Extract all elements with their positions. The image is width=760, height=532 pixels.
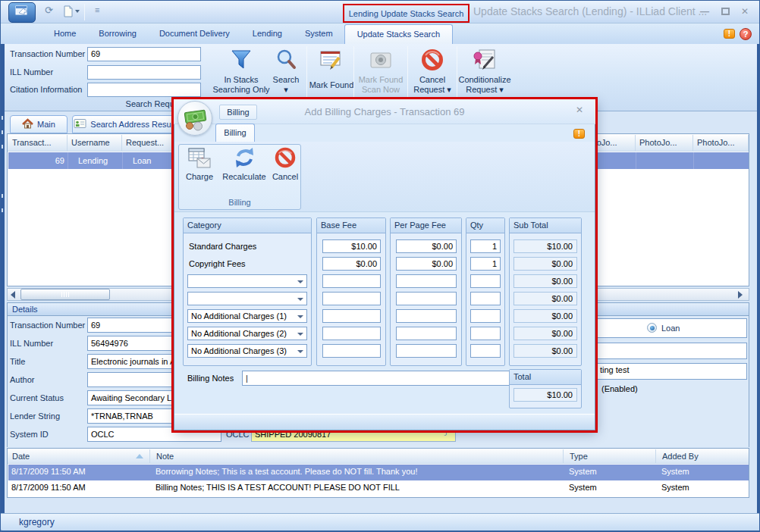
column-header-username[interactable]: Username (68, 135, 122, 151)
details-title-label: Title (10, 357, 25, 366)
app-window-arrow-icon (14, 4, 30, 21)
help-icon[interactable]: ? (740, 28, 752, 40)
ill-number-label: ILL Number (10, 67, 53, 77)
details-transaction-number-label: Transaction Number (10, 321, 85, 330)
tab-search-address-results[interactable]: Search Address Results (72, 115, 181, 133)
note-text: Billing Notes; THIS IS A TEST ACCOUNT! P… (155, 483, 561, 492)
notes-column-added-by[interactable]: Added By (658, 449, 747, 464)
funnel-icon (229, 48, 253, 75)
column-header-photojournal-2[interactable]: PhotoJo... (636, 135, 693, 151)
home-icon (22, 118, 33, 130)
note-text: Borrowing Notes; This is a test account.… (155, 467, 561, 476)
titlebar: ⟳ ≡ Lending Update Stacks Search Update … (1, 1, 760, 23)
sort-ascending-icon (136, 454, 143, 458)
tab-borrowing[interactable]: Borrowing (87, 23, 148, 44)
details-lender-string-label: Lender String (10, 412, 60, 421)
ill-number-input[interactable] (87, 65, 201, 80)
status-bar: kgregory (1, 513, 760, 532)
illiad-client-window: ⟳ ≡ Lending Update Stacks Search Update … (0, 0, 760, 532)
scrollbar-thumb[interactable] (20, 289, 110, 300)
note-added-by: System (661, 483, 746, 492)
tab-home[interactable]: Home (42, 23, 87, 44)
camera-icon (369, 48, 393, 75)
notification-icon[interactable]: ! (724, 29, 735, 39)
qat-customize-icon[interactable]: ≡ (95, 5, 99, 14)
qat-separator (84, 4, 85, 20)
tab-lending[interactable]: Lending (241, 23, 294, 44)
queue-title: Lending Update Stacks Search (349, 9, 464, 18)
magnifier-icon (275, 48, 297, 75)
address-card-icon (74, 118, 86, 130)
new-request-dropdown-caret[interactable] (75, 10, 80, 13)
new-request-icon[interactable] (63, 5, 74, 20)
scroll-right-icon[interactable] (738, 291, 743, 299)
certificate-pencil-icon (472, 48, 498, 75)
details-extra-field-2-text: ting test (600, 365, 630, 374)
transaction-number-label: Transaction Number (10, 49, 85, 58)
note-type: System (569, 467, 654, 476)
cell-username: Lending (78, 152, 108, 169)
citation-information-input[interactable] (87, 83, 201, 97)
note-date: 8/17/2009 11:50 AM (11, 483, 148, 492)
column-header-transaction[interactable]: Transact... (8, 135, 68, 151)
no-sign-icon (420, 48, 444, 75)
note-date: 8/17/2009 11:50 AM (11, 467, 148, 476)
scroll-left-icon[interactable] (11, 291, 15, 299)
details-current-status-label: Current Status (10, 393, 64, 402)
note-row[interactable]: 8/17/2009 11:50 AM Billing Notes; THIS I… (8, 480, 749, 496)
minimize-button[interactable]: — (700, 6, 709, 17)
annotation-highlight-dialog (171, 97, 598, 433)
note-type: System (569, 483, 654, 492)
maximize-button[interactable] (721, 8, 730, 15)
loan-radio-label: Loan (661, 324, 680, 333)
note-added-by: System (661, 467, 746, 476)
annotation-highlight-title: Lending Update Stacks Search (343, 4, 470, 23)
enabled-text: (Enabled) (601, 384, 638, 393)
citation-information-label: Citation Information (10, 85, 82, 94)
cell-request: Loan (133, 152, 151, 169)
column-header-photojournal-3[interactable]: PhotoJo... (693, 135, 749, 151)
note-row-selected[interactable]: 8/17/2009 11:50 AM Borrowing Notes; This… (8, 465, 749, 480)
window-title: Update Stacks Search (Lending) - ILLiad … (473, 5, 707, 17)
tab-update-stacks-search[interactable]: Update Stacks Search (344, 24, 453, 44)
tab-document-delivery[interactable]: Document Delivery (148, 23, 241, 44)
loan-radio[interactable] (647, 323, 657, 333)
docked-panel-edge[interactable] (1, 44, 5, 513)
tab-system[interactable]: System (294, 23, 344, 44)
notes-column-note[interactable]: Note (152, 449, 561, 464)
cell-transaction: 69 (8, 152, 64, 169)
transaction-number-input[interactable]: 69 (87, 47, 201, 61)
close-button[interactable]: ✕ (741, 6, 749, 17)
details-ill-number-label: ILL Number (10, 339, 53, 348)
ribbon-tab-row: Home Borrowing Document Delivery Lending… (1, 23, 760, 44)
application-menu-button[interactable] (8, 2, 36, 23)
notes-column-type[interactable]: Type (566, 449, 654, 464)
refresh-ribbon-icon[interactable]: ⟳ (45, 5, 53, 16)
document-pencil-icon (319, 48, 344, 75)
notes-column-date[interactable]: Date (8, 449, 149, 464)
window-right-edge (757, 44, 760, 513)
tab-main[interactable]: Main (10, 115, 68, 133)
details-system-id-label: System ID (10, 430, 49, 439)
details-author-label: Author (10, 375, 34, 384)
logged-in-user: kgregory (19, 517, 55, 527)
